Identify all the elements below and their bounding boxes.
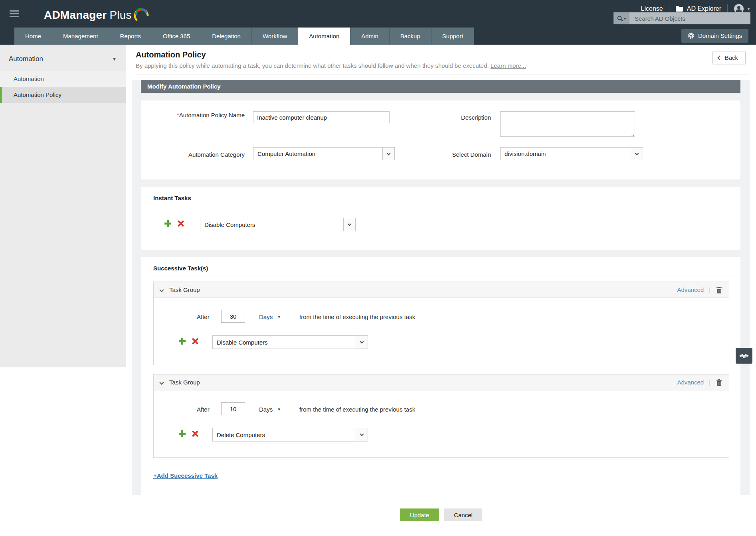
- page-header: Automation Policy By applying this polic…: [126, 45, 756, 69]
- brand-name: ADManager: [44, 9, 107, 21]
- add-task-icon[interactable]: [179, 338, 186, 345]
- sidebar-item-automation-policy[interactable]: Automation Policy: [0, 87, 126, 103]
- tab-office365[interactable]: Office 365: [152, 28, 201, 45]
- collapse-chevron-icon[interactable]: [159, 288, 164, 292]
- advanced-link[interactable]: Advanced: [677, 379, 704, 386]
- tab-reports[interactable]: Reports: [109, 28, 152, 45]
- task-group-2-header: Task Group Advanced |: [154, 374, 729, 390]
- add-task-icon[interactable]: [179, 430, 186, 437]
- main-nav: Home Management Reports Office 365 Deleg…: [14, 28, 474, 45]
- remove-task-icon[interactable]: [177, 220, 184, 227]
- tab-delegation[interactable]: Delegation: [201, 28, 252, 45]
- instant-tasks-heading: Instant Tasks: [153, 195, 191, 201]
- automation-category-value: Computer Automation: [253, 148, 382, 160]
- tab-support[interactable]: Support: [431, 28, 475, 45]
- section-divider: [153, 206, 736, 206]
- tab-backup[interactable]: Backup: [390, 28, 431, 45]
- app-logo: ADManagerPlus: [44, 6, 149, 24]
- panel-title-bar: Modify Automation Policy: [141, 80, 740, 93]
- policy-form-section: *Automation Policy Name Description Auto…: [141, 100, 740, 179]
- days-caret-icon: ▼: [277, 315, 281, 319]
- select-chevron-icon: [356, 428, 368, 441]
- instant-tasks-section: Instant Tasks Disable Computers: [141, 187, 740, 250]
- successive-task-value: Delete Computers: [213, 428, 356, 441]
- task-group-title: Task Group: [169, 379, 200, 386]
- add-task-icon[interactable]: [164, 220, 171, 227]
- description-textarea[interactable]: [500, 111, 635, 137]
- tab-workflow[interactable]: Workflow: [252, 28, 298, 45]
- update-button[interactable]: Update: [400, 508, 439, 521]
- feedback-handshake-tab[interactable]: [736, 348, 752, 364]
- days-unit-dropdown[interactable]: Days ▼: [259, 313, 281, 320]
- task-group-2: Task Group Advanced | After: [153, 374, 729, 458]
- domain-settings-button[interactable]: Domain Settings: [681, 29, 748, 43]
- page-subtitle: By applying this policy while automating…: [136, 62, 746, 69]
- ad-explorer-link[interactable]: AD Explorer: [675, 5, 721, 12]
- policy-name-input[interactable]: [253, 111, 390, 123]
- search-icon: [617, 16, 623, 22]
- automation-category-label: Automation Category: [165, 150, 245, 159]
- search-input[interactable]: [629, 12, 750, 24]
- task-group-1: Task Group Advanced | After: [153, 282, 729, 365]
- task-group-1-header: Task Group Advanced |: [154, 282, 729, 298]
- task-group-2-body: After Days ▼ from the time of executing …: [154, 390, 729, 457]
- tab-admin[interactable]: Admin: [350, 28, 390, 45]
- successive-tasks-heading: Successive Task(s): [153, 265, 208, 272]
- description-label: Description: [435, 113, 491, 122]
- remove-task-icon[interactable]: [192, 430, 198, 437]
- header-separator: |: [709, 286, 710, 293]
- select-domain-label: Select Domain: [435, 150, 491, 159]
- select-domain-select[interactable]: division.domain: [500, 147, 643, 160]
- successive-task-select-1[interactable]: Disable Computers: [212, 335, 368, 349]
- successive-task-value: Disable Computers: [213, 336, 356, 349]
- user-caret-icon: ▾: [748, 7, 750, 11]
- handshake-icon: [739, 352, 749, 359]
- back-button[interactable]: Back: [712, 51, 746, 64]
- app-logo-text: ADManagerPlus: [44, 9, 132, 22]
- remove-task-icon[interactable]: [192, 338, 198, 345]
- cancel-button[interactable]: Cancel: [444, 508, 482, 521]
- section-divider: [153, 276, 736, 276]
- modify-policy-panel: Modify Automation Policy *Automation Pol…: [132, 80, 750, 495]
- back-chevron-icon: [717, 55, 722, 60]
- collapse-chevron-icon[interactable]: [159, 380, 164, 384]
- after-days-input[interactable]: [221, 310, 245, 323]
- select-chevron-icon: [631, 148, 643, 160]
- main-content: Automation Policy By applying this polic…: [126, 45, 756, 536]
- add-successive-task-link[interactable]: +Add Successive Task: [153, 472, 218, 479]
- sidebar-item-automation[interactable]: Automation: [0, 71, 126, 87]
- sidebar-panel: Automation ▼ Automation Automation Polic…: [0, 45, 126, 367]
- successive-tasks-section: Successive Task(s) Task Group Advanced |: [141, 257, 740, 495]
- topbar-separator: [669, 4, 669, 13]
- tab-home[interactable]: Home: [14, 28, 52, 45]
- select-domain-value: division.domain: [501, 148, 631, 160]
- sidebar: Automation ▼ Automation Automation Polic…: [0, 45, 126, 536]
- instant-task-value: Disable Computers: [200, 218, 343, 231]
- automation-category-select[interactable]: Computer Automation: [253, 147, 395, 160]
- search-scope-button[interactable]: ▾: [614, 12, 629, 24]
- after-days-input[interactable]: [221, 402, 245, 415]
- brand-suffix: Plus: [109, 9, 131, 21]
- ad-search: ▾: [614, 12, 750, 24]
- successive-task-select-2[interactable]: Delete Computers: [212, 428, 368, 441]
- select-chevron-icon: [382, 148, 394, 160]
- delete-group-icon[interactable]: [716, 379, 722, 386]
- delete-group-icon[interactable]: [716, 286, 722, 294]
- advanced-link[interactable]: Advanced: [677, 286, 704, 293]
- tab-automation[interactable]: Automation: [298, 28, 350, 45]
- hamburger-menu-icon[interactable]: [10, 10, 19, 19]
- policy-name-label: *Automation Policy Name: [165, 111, 245, 119]
- sidebar-caret-icon: ▼: [112, 57, 117, 61]
- sidebar-header[interactable]: Automation ▼: [0, 45, 126, 71]
- tab-management[interactable]: Management: [52, 28, 109, 45]
- days-caret-icon: ▼: [277, 407, 281, 412]
- search-caret-icon: ▾: [624, 16, 626, 21]
- top-bar: ADManagerPlus License AD Explorer ▾: [0, 0, 756, 45]
- license-link[interactable]: License: [641, 5, 663, 12]
- learn-more-link[interactable]: Learn more...: [491, 62, 526, 69]
- instant-task-select[interactable]: Disable Computers: [200, 218, 356, 231]
- select-chevron-icon: [356, 336, 368, 349]
- page-title: Automation Policy: [136, 50, 746, 59]
- header-separator: |: [709, 379, 710, 386]
- days-unit-dropdown[interactable]: Days ▼: [259, 406, 281, 413]
